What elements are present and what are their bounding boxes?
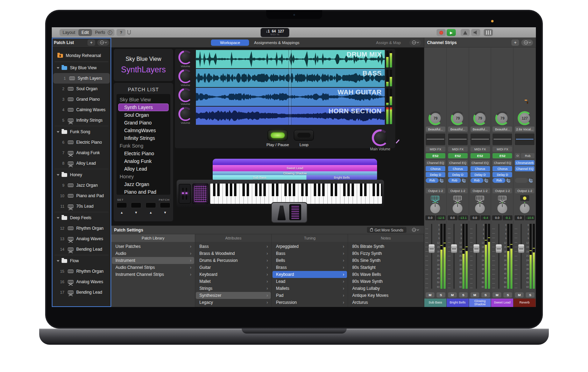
audio-fx-slot-delay-d[interactable]: Delay D (493, 172, 512, 177)
record-button[interactable] (437, 29, 446, 36)
play-pause-button[interactable] (268, 130, 288, 141)
expression-pedal-icon[interactable] (289, 204, 301, 220)
fader-track[interactable] (496, 223, 502, 289)
pan-knob[interactable] (497, 203, 507, 213)
audio-fx-slot-delay-d[interactable]: Delay D (448, 172, 468, 177)
sidebar-set-funk-song[interactable]: Funk Song (52, 127, 111, 137)
add-channel-strip-button[interactable]: + (511, 40, 519, 46)
play-button[interactable]: ▶ (447, 29, 456, 36)
library-item-80s-wave-synth[interactable]: 80s Wave Synth (348, 278, 424, 285)
sidebar-patch-rhythm-organ[interactable]: 15Rhythm Organ (52, 266, 111, 277)
send-slot[interactable]: Rvb (470, 178, 490, 183)
library-item-legacy[interactable]: Legacy› (195, 299, 271, 306)
library-item-brass-woodwind[interactable]: Brass & Woodwind› (195, 250, 271, 257)
main-volume-knob[interactable] (372, 129, 389, 146)
screen-patch-calmngwaves[interactable]: CalmngWaves (116, 127, 170, 134)
library-item-antique-key-moves[interactable]: Antique Key Moves (348, 292, 424, 299)
fader-track[interactable] (518, 223, 524, 289)
set-down-button[interactable] (131, 202, 141, 208)
playhead[interactable] (289, 50, 291, 125)
audio-fx-slot-chorus[interactable]: Chorus (470, 166, 490, 171)
volume-knob-bass[interactable] (178, 69, 192, 83)
midi-fx-slot[interactable]: MIDI FX (448, 146, 468, 152)
solo-button[interactable]: S (459, 292, 468, 298)
disclosure-triangle-icon[interactable] (57, 217, 59, 219)
mute-button[interactable]: M (493, 292, 501, 298)
library-item-bass[interactable]: Bass› (272, 250, 348, 257)
solo-button[interactable]: S (437, 292, 445, 298)
fader-handle[interactable] (428, 244, 435, 253)
library-item-analog-lullaby[interactable]: Analog Lullaby (348, 285, 424, 292)
patch-settings-menu-button[interactable] (409, 227, 421, 233)
output-slot[interactable]: Output 1-2 (426, 188, 445, 193)
library-item-80s-sine-synth[interactable]: 80s Sine Synth (348, 257, 424, 264)
strip-name-plate[interactable]: Sweet Lead (491, 299, 513, 307)
strip-name-plate[interactable]: Glowing Shadow (469, 299, 491, 307)
fader-handle[interactable] (518, 244, 524, 253)
send-knob[interactable] (506, 178, 511, 183)
library-item-instrument[interactable]: Instrument› (112, 257, 194, 264)
library-item-arpeggiated[interactable]: Arpeggiated› (272, 243, 348, 250)
screen-patch-soul-organ[interactable]: Soul Organ (116, 111, 170, 119)
solo-button[interactable]: S (503, 292, 512, 298)
metronome-button[interactable] (461, 29, 470, 36)
info-button[interactable]: i (105, 29, 114, 36)
eq-thumbnail[interactable] (493, 134, 512, 145)
library-item-strings[interactable]: Strings› (195, 285, 271, 292)
layer-bar-glowing-shadow[interactable]: Glowing Shadow (213, 171, 377, 175)
send-slot[interactable]: Rvb (448, 178, 468, 183)
sidebar-patch-analog-funk[interactable]: 7Analog Funk (52, 148, 111, 158)
eq-thumbnail[interactable] (470, 134, 490, 145)
midi-fx-slot[interactable]: MIDI FX (426, 146, 445, 152)
preset-label[interactable]: Beautiful... (448, 127, 468, 132)
pan-knob[interactable] (475, 203, 485, 213)
send-knob[interactable] (484, 178, 489, 183)
sidebar-patch-alloy-lead[interactable]: 8Alloy Lead (52, 158, 111, 169)
screen-patch-infinity-strings[interactable]: Infinity Strings (116, 134, 170, 142)
audio-fx-slot-delay-d[interactable]: Delay D (426, 172, 445, 177)
audio-fx-slot-delay-d[interactable]: Delay D (470, 172, 490, 177)
audio-fx-slot-channel-eq[interactable]: Channel EQ (426, 160, 445, 165)
patch-down-button[interactable] (160, 202, 170, 208)
sidebar-patch-grand-piano[interactable]: 3Grand Piano (52, 94, 111, 105)
loop-button[interactable] (294, 130, 314, 141)
audio-fx-slot-channel-eq[interactable]: Channel EQ (448, 160, 468, 165)
mute-button[interactable]: M (426, 292, 434, 298)
layer-zone-bright-bells[interactable]: Bright Bells (306, 175, 377, 180)
strip-name-plate[interactable]: Reverb (513, 299, 536, 307)
audio-fx-slot-chorus[interactable]: Chorus (493, 166, 512, 171)
preset-label[interactable]: Beautiful... (426, 127, 445, 132)
library-item-80s-fizzy-synth[interactable]: 80s Fizzy Synth (348, 250, 424, 257)
strip-name-plate[interactable]: Bright Bells (447, 299, 469, 307)
send-slot[interactable]: Rvb (426, 178, 445, 183)
set-up-button[interactable] (116, 202, 127, 208)
screen-patch-alloy-lead[interactable]: Alloy Lead (116, 165, 170, 173)
sidebar-patch-infinity-strings[interactable]: 5Infinity Strings (52, 115, 111, 126)
instrument-slot[interactable]: ES2 (448, 153, 468, 158)
fader-handle[interactable] (451, 244, 458, 253)
instrument-slot[interactable]: ES2 (470, 153, 490, 158)
master-mute-button[interactable] (471, 29, 480, 36)
disclosure-triangle-icon[interactable] (57, 260, 59, 262)
instrument-slot[interactable]: ORvb (515, 153, 534, 158)
mode-button-layout[interactable]: Layout (59, 29, 78, 36)
eq-thumbnail[interactable] (448, 134, 468, 145)
sidebar-patch-soul-organ[interactable]: 2Soul Organ (52, 84, 111, 94)
mute-button[interactable]: M (515, 292, 524, 298)
volume-knob-drum-mix[interactable] (178, 50, 192, 64)
screen-patch-analog-funk[interactable]: Analog Funk (116, 157, 170, 165)
midi-fx-slot[interactable]: MIDI FX (493, 146, 512, 152)
sustain-pedal-icon[interactable] (277, 206, 286, 220)
strip-knob-glowing-shadow[interactable]: 79 (473, 111, 487, 125)
instrument-slot[interactable]: ES2 (493, 153, 512, 158)
patch-list-menu-button[interactable] (97, 40, 109, 46)
mute-button[interactable]: M (470, 292, 479, 298)
fader-track[interactable] (429, 223, 435, 289)
strip-name-plate[interactable]: Sub Bass (424, 299, 446, 307)
fader-track[interactable] (451, 223, 457, 289)
sidebar-patch-analog-waves[interactable]: 13Analog Waves (52, 234, 111, 244)
fader-handle[interactable] (473, 244, 480, 253)
library-item-pad[interactable]: Pad› (272, 292, 348, 299)
preset-label[interactable]: Beautiful... (470, 127, 490, 132)
library-item-user-patches[interactable]: User Patches› (111, 243, 195, 250)
